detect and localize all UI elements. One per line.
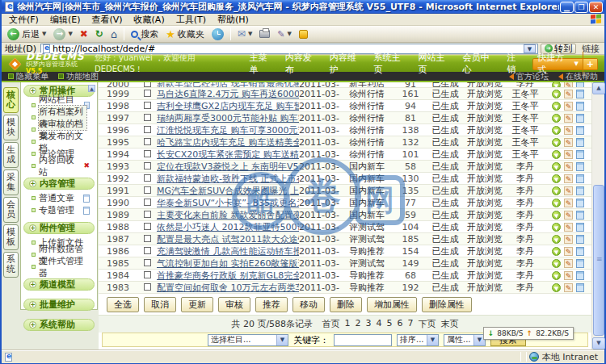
doc-category-link[interactable]: 徐州行情 (349, 113, 385, 123)
edit-icon[interactable]: ✎ (564, 162, 573, 171)
page-link[interactable]: 1 (345, 318, 351, 330)
doc-title-link[interactable]: 新款福特蒙迪欧-致胜下线 正式上市在即 (157, 174, 299, 184)
sidebar-group-header[interactable]: + 系统帮助 (23, 319, 95, 331)
sidebar-item[interactable]: 文件式管理器 (32, 261, 93, 273)
row-checkbox[interactable] (144, 102, 151, 109)
keyword-input[interactable] (334, 334, 392, 346)
vertical-scrollbar[interactable]: ▲ ▼ (591, 82, 604, 349)
row-checkbox[interactable] (144, 259, 151, 266)
edit-icon[interactable]: ✎ (564, 186, 573, 195)
home-button[interactable]: ⌂ (108, 28, 120, 40)
menu-item[interactable]: 查看(V) (86, 14, 128, 26)
action-button[interactable]: 增加属性 (367, 297, 417, 312)
row-checkbox[interactable] (144, 271, 151, 278)
sidebar-tab[interactable]: 系统 (3, 252, 19, 278)
edit-icon[interactable]: ✎ (564, 138, 573, 147)
edit-icon[interactable]: ✎ (564, 235, 573, 244)
edit-icon[interactable]: ✎ (564, 82, 573, 88)
attributes-icon[interactable] (576, 199, 584, 207)
messenger-button[interactable] (297, 30, 310, 39)
close-button[interactable]: ✕ (589, 2, 603, 13)
doc-category-link[interactable]: 评测试驾 (349, 222, 385, 232)
edit-icon[interactable]: ✎ (564, 283, 573, 292)
search-button[interactable]: 搜索 (128, 28, 161, 40)
subbar-item[interactable]: 功能地图 (58, 71, 99, 82)
column-select[interactable]: 选择栏目...▼ (208, 334, 288, 346)
subbar-item[interactable]: 隐藏菜单 (8, 71, 48, 82)
view-icon[interactable] (552, 126, 561, 135)
attributes-icon[interactable] (576, 235, 584, 244)
doc-category-link[interactable]: 徐州行情 (349, 149, 385, 160)
forward-button[interactable]: →▼ (51, 28, 74, 40)
row-checkbox[interactable] (144, 138, 151, 145)
edit-icon[interactable]: ✎ (564, 271, 573, 280)
shortcut-button[interactable]: 快捷方式▼ + (532, 58, 598, 70)
page-link[interactable]: 末页 (441, 318, 459, 330)
mail-button[interactable]: ✉▼ (235, 28, 255, 40)
sidebar-item-label[interactable]: 普通文章 (39, 192, 74, 204)
menu-item[interactable]: 工具(T) (170, 14, 212, 26)
cms-nav-item[interactable]: 系统主页 (374, 52, 409, 76)
subbar-item[interactable]: 官方论坛 (509, 71, 549, 82)
view-icon[interactable] (552, 90, 561, 98)
scroll-up-button[interactable]: ▲ (592, 82, 605, 94)
doc-title-link[interactable]: 配置是最大亮点 试驾2011款大众途锐混动版 (157, 234, 299, 245)
panel-scroll-up-icon[interactable]: ▲ (88, 85, 95, 92)
doc-category-link[interactable]: 徐州行情 (349, 101, 385, 111)
action-button[interactable]: 删除属性 (422, 297, 472, 312)
attributes-icon[interactable] (576, 126, 584, 135)
doc-title-link[interactable]: 充满驾驶激情 几款高性能运动轿车推荐导购 (157, 246, 299, 257)
sidebar-group-header[interactable]: + 内容管理 (23, 178, 95, 190)
edit-icon[interactable]: ✎ (564, 223, 573, 232)
attributes-icon[interactable] (576, 223, 584, 232)
doc-category-link[interactable]: 国内新车 (349, 161, 385, 172)
doc-title-link[interactable]: 新款车型已经到店 现车销售最高优惠1万元 (157, 82, 299, 88)
row-checkbox[interactable] (144, 126, 151, 133)
sidebar-tab[interactable]: 核心 (3, 87, 19, 113)
view-icon[interactable] (552, 211, 561, 220)
view-icon[interactable] (552, 82, 561, 88)
page-link[interactable]: 6 (398, 318, 403, 330)
doc-title-link[interactable]: 瑞纳两厢享受3000元节能补贴 购车需预定 (157, 113, 299, 123)
sidebar-tab[interactable]: 模块 (3, 115, 19, 140)
doc-category-link[interactable]: 导购推荐 (349, 270, 385, 281)
favorites-button[interactable]: ★收藏夹 (163, 28, 207, 40)
doc-title-link[interactable]: 华泰全新SUV“小卡宴”- B35或更名为宝利格 (157, 198, 299, 208)
cms-nav-item[interactable]: 内容发布 (285, 52, 320, 76)
page-link[interactable]: 3 (366, 318, 372, 330)
add-shortcut-button[interactable]: + (583, 59, 597, 69)
edit-icon[interactable]: ✎ (564, 174, 573, 183)
edit-button[interactable]: ✎▼ (275, 28, 294, 40)
row-checkbox[interactable] (144, 186, 151, 194)
sidebar-group-header[interactable]: + 频道模型 (23, 278, 95, 291)
doc-title-link[interactable]: 马自达6直降2.4万元 购车再送6000元大礼包 (157, 89, 299, 99)
history-button[interactable] (209, 28, 226, 40)
view-icon[interactable] (552, 162, 561, 171)
doc-category-link[interactable]: 导购推荐 (349, 282, 385, 293)
doc-title-link[interactable]: 江淮悦悦现车充足 购车可享3000元节能补贴 (157, 125, 299, 136)
doc-category-link[interactable]: 评测试驾 (349, 258, 385, 269)
doc-category-link[interactable]: 徐州行情 (349, 89, 385, 99)
action-button[interactable]: 全选 (107, 297, 139, 312)
cms-nav-item[interactable]: 主菜单 (249, 52, 275, 76)
doc-title-link[interactable]: 配置空间如何取舍 10万元左右两类车型推荐 (157, 282, 299, 293)
action-button[interactable]: 取消 (144, 297, 176, 312)
edit-icon[interactable]: ✎ (564, 259, 573, 268)
view-icon[interactable] (552, 235, 561, 244)
attributes-icon[interactable] (576, 211, 584, 220)
doc-category-link[interactable]: 徐州行情 (349, 125, 385, 136)
cms-nav-item[interactable]: 会员中心 (463, 52, 498, 76)
row-checkbox[interactable] (144, 150, 151, 157)
view-icon[interactable] (552, 271, 561, 280)
attributes-icon[interactable] (576, 283, 584, 292)
edit-icon[interactable]: ✎ (564, 90, 573, 98)
doc-category-link[interactable]: 国内新车 (349, 174, 385, 184)
doc-category-link[interactable]: 国内新车 (349, 198, 385, 208)
sidebar-item-label[interactable]: 专题管理 (39, 204, 74, 216)
menu-item[interactable]: 帮助(H) (212, 14, 255, 26)
view-icon[interactable] (552, 247, 561, 256)
attributes-icon[interactable] (576, 114, 584, 123)
view-icon[interactable] (552, 199, 561, 207)
edit-icon[interactable]: ✎ (564, 211, 573, 220)
page-link[interactable]: 2 (356, 318, 361, 330)
